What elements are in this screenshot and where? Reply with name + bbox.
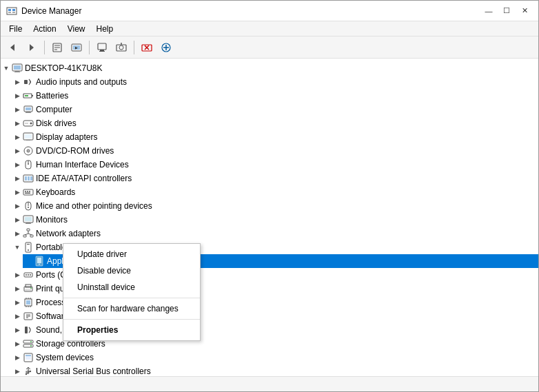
- network-expander[interactable]: ▶: [12, 228, 23, 239]
- tree-dvd[interactable]: ▶ DVD/CD-ROM drives: [12, 144, 538, 158]
- ide-expander[interactable]: ▶: [12, 173, 23, 184]
- monitors-label: Monitors: [36, 215, 68, 225]
- svg-point-85: [30, 287, 32, 289]
- batteries-expander[interactable]: ▶: [12, 90, 23, 101]
- app-icon: [6, 6, 17, 17]
- mouse-icon: [23, 200, 34, 212]
- tree-mice[interactable]: ▶ Mice and other pointing devices: [12, 199, 538, 213]
- maximize-button[interactable]: ☐: [498, 3, 515, 19]
- tree-usb[interactable]: ▶ Universal Serial Bus controllers: [12, 364, 538, 376]
- close-button[interactable]: ✕: [516, 3, 533, 19]
- hid-expander[interactable]: ▶: [12, 159, 23, 170]
- toolbar-add[interactable]: [157, 39, 175, 56]
- menu-view[interactable]: View: [62, 23, 91, 35]
- svg-point-49: [28, 163, 29, 165]
- svg-rect-65: [26, 223, 31, 224]
- svg-point-102: [30, 345, 32, 347]
- ipad-expander[interactable]: [23, 256, 34, 267]
- svg-point-74: [28, 249, 29, 251]
- batteries-label: Batteries: [36, 91, 68, 101]
- device-manager-window: Device Manager — ☐ ✕ File Action View He…: [0, 0, 539, 392]
- sound-expander[interactable]: ▶: [12, 324, 23, 336]
- menu-help[interactable]: Help: [91, 23, 119, 35]
- system-expander[interactable]: ▶: [12, 352, 23, 363]
- storage-icon: [23, 338, 34, 349]
- print-expander[interactable]: ▶: [12, 283, 23, 294]
- ctx-scan-hardware[interactable]: Scan for hardware changes: [63, 300, 200, 317]
- computer-icon2: [23, 104, 34, 115]
- tree-hid[interactable]: ▶ Human Interface Devices: [12, 158, 538, 172]
- usb-expander[interactable]: ▶: [12, 366, 23, 376]
- menu-action[interactable]: Action: [28, 23, 61, 35]
- svg-point-18: [119, 45, 123, 50]
- svg-rect-58: [25, 193, 30, 194]
- portable-expander[interactable]: ▼: [12, 242, 23, 253]
- tree-root[interactable]: ▼ DESKTOP-41K7U8K: [1, 61, 538, 75]
- device-tree[interactable]: ▼ DESKTOP-41K7U8K ▶: [1, 59, 538, 376]
- svg-rect-98: [25, 327, 28, 333]
- computer-expander[interactable]: ▶: [12, 104, 23, 115]
- svg-point-77: [39, 264, 40, 265]
- network-icon: [23, 228, 34, 239]
- title-bar-left: Device Manager: [6, 6, 81, 17]
- svg-rect-43: [26, 140, 30, 141]
- ports-icon: [23, 269, 34, 280]
- ctx-update-driver[interactable]: Update driver: [63, 246, 200, 262]
- mice-expander[interactable]: ▶: [12, 200, 23, 212]
- disk-expander[interactable]: ▶: [12, 118, 23, 129]
- tree-disk[interactable]: ▶ Disk drives: [12, 116, 538, 130]
- main-area: ▼ DESKTOP-41K7U8K ▶: [1, 59, 538, 376]
- tree-computer[interactable]: ▶ Computer: [12, 103, 538, 116]
- software-expander[interactable]: ▶: [12, 311, 23, 322]
- storage-expander[interactable]: ▶: [12, 338, 23, 349]
- menu-bar: File Action View Help: [1, 21, 538, 37]
- tree-ide[interactable]: ▶ IDE ATA/ATAPI controllers: [12, 172, 538, 185]
- toolbar-properties[interactable]: [48, 39, 66, 56]
- tree-keyboards[interactable]: ▶ Keyboards: [12, 185, 538, 199]
- network-label: Network adapters: [36, 229, 101, 238]
- keyboards-expander[interactable]: ▶: [12, 187, 23, 198]
- tree-network[interactable]: ▶ Network adapters: [12, 227, 538, 240]
- svg-point-101: [30, 341, 32, 342]
- svg-rect-64: [26, 223, 30, 223]
- tree-batteries[interactable]: ▶ Batteries: [12, 89, 538, 103]
- processors-expander[interactable]: ▶: [12, 297, 23, 308]
- dvd-expander[interactable]: ▶: [12, 145, 23, 156]
- display-expander[interactable]: ▶: [12, 132, 23, 143]
- svg-rect-67: [23, 235, 26, 237]
- ports-expander[interactable]: ▶: [12, 269, 23, 280]
- audio-expander[interactable]: ▶: [12, 76, 23, 87]
- tree-system[interactable]: ▶ System devices: [12, 351, 538, 364]
- minimize-button[interactable]: —: [480, 3, 497, 19]
- ctx-properties[interactable]: Properties: [63, 322, 200, 338]
- keyboard-icon: [23, 187, 34, 198]
- toolbar-back[interactable]: [3, 39, 21, 56]
- keyboards-label: Keyboards: [36, 187, 75, 197]
- toolbar-remove[interactable]: [138, 39, 156, 56]
- tree-audio[interactable]: ▶ Audio inputs and outputs: [12, 75, 538, 89]
- toolbar-scan[interactable]: [112, 39, 130, 56]
- svg-rect-51: [25, 176, 27, 180]
- hid-label: Human Interface Devices: [36, 160, 129, 169]
- toolbar-show-hidden[interactable]: [93, 39, 111, 56]
- menu-file[interactable]: File: [3, 23, 28, 35]
- svg-rect-27: [14, 65, 21, 70]
- root-label: DESKTOP-41K7U8K: [25, 63, 103, 73]
- svg-point-109: [26, 373, 27, 375]
- ctx-uninstall-device[interactable]: Uninstall device: [63, 279, 200, 296]
- svg-rect-73: [27, 244, 30, 245]
- svg-rect-32: [32, 95, 33, 96]
- sound-icon: [23, 324, 34, 336]
- svg-rect-1: [8, 9, 11, 11]
- ctx-sep-1: [63, 298, 200, 298]
- processor-icon: [23, 297, 34, 308]
- svg-rect-37: [26, 112, 31, 113]
- root-expander[interactable]: ▼: [1, 63, 12, 74]
- tree-monitors[interactable]: ▶ Monitors: [12, 213, 538, 227]
- toolbar-update[interactable]: ▶: [68, 39, 85, 56]
- tree-display[interactable]: ▶ Display adapters: [12, 130, 538, 144]
- ctx-disable-device[interactable]: Disable device: [63, 262, 200, 279]
- monitors-expander[interactable]: ▶: [12, 214, 23, 225]
- toolbar-forward[interactable]: [23, 39, 41, 56]
- hid-icon: [23, 159, 34, 170]
